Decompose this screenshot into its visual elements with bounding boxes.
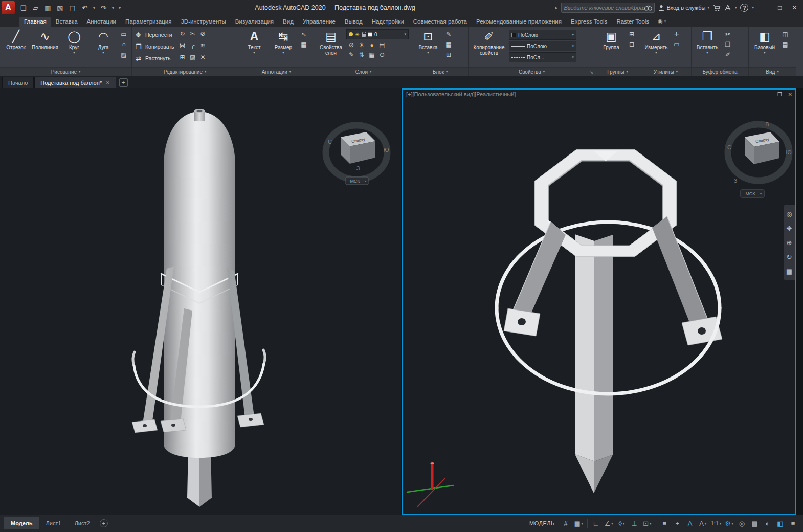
- circle-tool[interactable]: ◯ Круг ▾: [60, 28, 88, 67]
- lineweight-select[interactable]: ПоСлою ▾: [509, 41, 576, 51]
- isolate-objects-button[interactable]: ◐: [762, 517, 773, 529]
- help-icon[interactable]: ?: [740, 4, 748, 12]
- measure-tool[interactable]: ⊿ Измерить ▾: [642, 28, 670, 67]
- save-button[interactable]: ▦: [42, 2, 54, 13]
- search-expand-icon[interactable]: ▸: [555, 5, 558, 10]
- ellipse-tool-icon[interactable]: ○: [119, 40, 129, 49]
- layer-select[interactable]: ☀ 0 ▾: [346, 29, 409, 39]
- layout-tab-layout2[interactable]: Лист2: [68, 517, 97, 529]
- close-button[interactable]: ✕: [787, 1, 802, 14]
- ribbon-tab-home[interactable]: Главная: [19, 17, 51, 27]
- quick-select-icon[interactable]: ✛: [672, 30, 682, 38]
- viewcube-south-label[interactable]: Ю: [383, 147, 389, 153]
- grid-display-toggle[interactable]: #: [560, 517, 572, 529]
- save-as-button[interactable]: ▧: [54, 2, 66, 13]
- panel-title-groups[interactable]: Группы▾: [595, 67, 640, 76]
- viewcube-east-label[interactable]: В: [765, 121, 769, 127]
- ribbon-tab-addins[interactable]: Надстройки: [367, 17, 409, 27]
- offset-tool-icon[interactable]: ⊘: [198, 30, 208, 38]
- rotate-tool-icon[interactable]: ↻: [177, 30, 188, 38]
- match-properties-tool[interactable]: ✐ Копирование свойств: [471, 28, 507, 67]
- plot-button[interactable]: ▤: [66, 2, 78, 13]
- layer-match-icon[interactable]: ✎: [346, 51, 356, 59]
- viewcube-west-label[interactable]: З: [734, 178, 738, 184]
- dynamic-input-toggle[interactable]: +: [672, 517, 683, 529]
- text-dropdown-icon[interactable]: ▾: [253, 51, 255, 55]
- paste-dropdown-icon[interactable]: ▾: [706, 51, 708, 55]
- panel-title-view[interactable]: Вид▾: [749, 67, 796, 76]
- edit-attributes-icon[interactable]: ✎: [443, 30, 454, 38]
- panel-title-clipboard[interactable]: Буфер обмена: [692, 67, 748, 76]
- create-block-icon[interactable]: ▦: [443, 40, 454, 49]
- search-input[interactable]: [564, 4, 644, 12]
- navigation-wheel-icon[interactable]: ◎: [784, 207, 795, 220]
- insert-block-dropdown-icon[interactable]: ▾: [427, 51, 429, 55]
- model-space-button[interactable]: МОДЕЛЬ: [525, 518, 559, 528]
- polar-tracking-toggle[interactable]: ∠▾: [603, 517, 615, 529]
- fillet-tool-icon[interactable]: ╭: [188, 41, 198, 50]
- orbit-icon[interactable]: ↻: [784, 250, 795, 263]
- table-tool-icon[interactable]: ▦: [299, 40, 309, 49]
- autocad-logo-icon[interactable]: A: [2, 1, 15, 14]
- quick-properties-toggle[interactable]: ▤: [749, 517, 761, 529]
- layer-off-icon[interactable]: ⊘: [346, 41, 356, 49]
- autodesk-exchange-icon[interactable]: [724, 5, 731, 11]
- leader-tool-icon[interactable]: ↖: [299, 30, 309, 38]
- match-props-clip-icon[interactable]: ✐: [723, 51, 733, 59]
- hatch-tool-icon[interactable]: ▨: [119, 51, 129, 59]
- ribbon-tab-3d-tools[interactable]: 3D-инструменты: [176, 17, 230, 27]
- ribbon-display-toggle[interactable]: ◉ ▾: [658, 18, 666, 27]
- linetype-select[interactable]: ПоСл... ▾: [509, 52, 576, 62]
- snap-mode-toggle[interactable]: ▦▾: [573, 517, 585, 529]
- viewcube-north-label[interactable]: С: [328, 139, 332, 145]
- stretch-tool[interactable]: ⇄ Растянуть: [134, 54, 174, 63]
- viewcube-north-label[interactable]: С: [727, 144, 731, 150]
- group-tool[interactable]: ▣ Группа: [597, 28, 625, 67]
- erase-tool-icon[interactable]: ✕: [198, 53, 208, 61]
- viewport-controls-label[interactable]: [+][Пользовательский вид][Реалистичный]: [406, 91, 516, 97]
- layer-unisolate-icon[interactable]: ⊖: [377, 51, 387, 59]
- layer-make-current-icon[interactable]: ▤: [377, 41, 387, 49]
- arc-dropdown-icon[interactable]: ▾: [102, 51, 104, 55]
- properties-dialog-launcher-icon[interactable]: ↘: [590, 70, 593, 75]
- ribbon-tab-output[interactable]: Вывод: [340, 17, 367, 27]
- ribbon-tab-view[interactable]: Вид: [278, 17, 298, 27]
- ungroup-icon[interactable]: ⊞: [627, 30, 637, 38]
- layer-states-icon[interactable]: ▦: [367, 51, 377, 59]
- maximize-button[interactable]: □: [772, 1, 787, 14]
- object-snap-tracking-toggle[interactable]: ⊥: [629, 517, 640, 529]
- help-dropdown-icon[interactable]: ▾: [752, 6, 754, 10]
- cut-icon[interactable]: ✂: [723, 30, 733, 38]
- customization-menu-button[interactable]: ≡: [787, 517, 799, 529]
- undo-button[interactable]: ↶: [79, 2, 91, 13]
- viewport-config-icon[interactable]: ◫: [780, 30, 790, 38]
- viewcube-left[interactable]: Сверху С З Ю МСК ▾: [326, 125, 389, 185]
- workspace-switching-button[interactable]: ⚙▾: [723, 517, 735, 529]
- drawing-close-icon[interactable]: ✕: [788, 92, 792, 97]
- ribbon-tab-collaborate[interactable]: Совместная работа: [409, 17, 472, 27]
- base-view-tool[interactable]: ◧ Базовый ▾: [751, 28, 778, 67]
- viewcube-south-label[interactable]: Ю: [786, 149, 791, 156]
- panel-title-layers[interactable]: Слои▾: [315, 67, 412, 76]
- new-layout-button[interactable]: +: [100, 519, 108, 527]
- insert-block-tool[interactable]: ⊡ Вставка ▾: [414, 28, 442, 67]
- ribbon-tab-annotate[interactable]: Аннотации: [82, 17, 121, 27]
- isometric-drafting-toggle[interactable]: ◊▾: [616, 517, 628, 529]
- ribbon-tab-featured-apps[interactable]: Рекомендованные приложения: [472, 17, 566, 27]
- stand-center-post-top-view[interactable]: [575, 234, 613, 493]
- qat-customize-dropdown-icon[interactable]: ▾: [117, 6, 123, 10]
- ribbon-tab-manage[interactable]: Управление: [298, 17, 340, 27]
- redo-button[interactable]: ↷: [98, 2, 109, 13]
- drawing-restore-icon[interactable]: ❐: [777, 92, 782, 97]
- text-tool[interactable]: A Текст ▾: [240, 28, 268, 67]
- block-editor-icon[interactable]: ⊞: [443, 51, 454, 59]
- ortho-mode-toggle[interactable]: ∟: [590, 517, 602, 529]
- arc-tool[interactable]: ◠ Дуга ▾: [90, 28, 117, 67]
- ucs-icon[interactable]: [407, 462, 453, 507]
- ribbon-tab-parametric[interactable]: Параметризация: [121, 17, 176, 27]
- layout-tab-model[interactable]: Модель: [4, 517, 39, 529]
- drawing-minimize-icon[interactable]: –: [768, 92, 771, 97]
- file-tab-close-icon[interactable]: ✕: [106, 80, 110, 85]
- annotation-scale-button[interactable]: 1:1▾: [710, 517, 722, 529]
- move-tool[interactable]: ✥ Перенести: [134, 30, 174, 39]
